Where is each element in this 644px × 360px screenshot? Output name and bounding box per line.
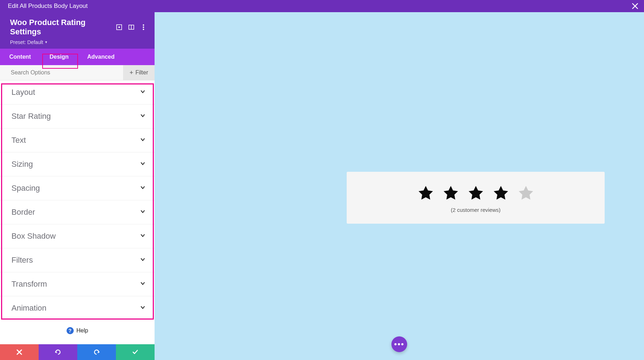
star-icon: [442, 185, 459, 202]
star-icon: [492, 185, 509, 202]
section-label: Filters: [11, 256, 33, 265]
star-row: [361, 185, 590, 202]
section-spacing[interactable]: Spacing: [0, 176, 155, 200]
focus-icon[interactable]: [116, 24, 122, 30]
fab-more-button[interactable]: •••: [391, 336, 407, 352]
section-layout[interactable]: Layout: [0, 81, 155, 104]
settings-sidebar: Woo Product Rating Settings Preset: Defa…: [0, 12, 155, 360]
svg-point-5: [143, 26, 144, 28]
chevron-down-icon: [140, 281, 145, 287]
section-label: Box Shadow: [11, 232, 56, 241]
chevron-down-icon: [140, 209, 145, 215]
redo-button[interactable]: [77, 344, 116, 360]
help-link[interactable]: ? Help: [0, 319, 155, 344]
rating-preview-card: (2 customer reviews): [347, 172, 605, 224]
ellipsis-icon: •••: [394, 340, 404, 349]
star-icon: [467, 185, 484, 202]
chevron-down-icon: [140, 257, 145, 263]
section-label: Sizing: [11, 160, 33, 169]
close-icon[interactable]: [632, 1, 638, 11]
undo-button[interactable]: [39, 344, 77, 360]
section-label: Transform: [11, 279, 47, 289]
help-label: Help: [77, 327, 88, 334]
section-animation[interactable]: Animation: [0, 296, 155, 319]
filter-button[interactable]: + Filter: [123, 65, 155, 80]
section-filters[interactable]: Filters: [0, 248, 155, 272]
chevron-down-icon: [140, 305, 145, 311]
svg-point-6: [143, 29, 144, 30]
preset-dropdown[interactable]: Preset: Default ▼: [10, 39, 147, 45]
svg-point-1: [118, 26, 120, 28]
caret-down-icon: ▼: [45, 40, 48, 44]
reviews-count-text: (2 customer reviews): [361, 207, 590, 213]
chevron-down-icon: [140, 137, 145, 143]
save-button[interactable]: [116, 344, 155, 360]
section-border[interactable]: Border: [0, 200, 155, 224]
columns-icon[interactable]: [128, 24, 135, 30]
chevron-down-icon: [140, 233, 145, 239]
section-label: Border: [11, 208, 35, 217]
chevron-down-icon: [140, 113, 145, 120]
search-input[interactable]: [0, 65, 123, 80]
more-icon[interactable]: [140, 24, 147, 30]
chevron-down-icon: [140, 89, 145, 96]
preview-canvas: (2 customer reviews): [155, 12, 644, 360]
topbar: Edit All Products Body Layout: [0, 0, 644, 12]
section-label: Star Rating: [11, 112, 51, 121]
section-text[interactable]: Text: [0, 128, 155, 152]
tab-design[interactable]: Design: [40, 49, 78, 65]
section-sizing[interactable]: Sizing: [0, 152, 155, 176]
filter-label: Filter: [135, 69, 148, 76]
cancel-button[interactable]: [0, 344, 39, 360]
tab-advanced[interactable]: Advanced: [78, 49, 124, 65]
chevron-down-icon: [140, 161, 145, 167]
chevron-down-icon: [140, 185, 145, 191]
section-box-shadow[interactable]: Box Shadow: [0, 224, 155, 248]
star-icon: [417, 185, 434, 202]
section-label: Animation: [11, 303, 47, 313]
section-star-rating[interactable]: Star Rating: [0, 104, 155, 128]
tabs: Content Design Advanced: [0, 49, 155, 65]
topbar-title: Edit All Products Body Layout: [8, 3, 88, 10]
search-row: + Filter: [0, 65, 155, 81]
preset-label: Preset: Default: [10, 39, 43, 45]
plus-icon: +: [130, 69, 133, 76]
panel-header: Woo Product Rating Settings Preset: Defa…: [0, 12, 155, 49]
tab-content[interactable]: Content: [0, 49, 40, 65]
help-icon: ?: [67, 327, 74, 334]
section-list: Layout Star Rating Text Sizing Spacing B…: [0, 81, 155, 319]
svg-point-4: [143, 24, 144, 26]
star-empty-icon: [517, 185, 535, 202]
panel-title: Woo Product Rating Settings: [10, 18, 110, 37]
section-label: Layout: [11, 88, 35, 97]
section-label: Text: [11, 136, 26, 145]
section-label: Spacing: [11, 184, 40, 193]
footer-actions: [0, 344, 155, 360]
section-transform[interactable]: Transform: [0, 272, 155, 296]
